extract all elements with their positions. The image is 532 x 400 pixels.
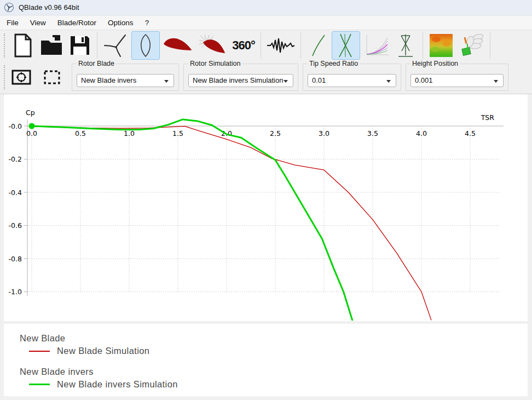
rotor-blade-group: Rotor Blade New Blade invers <box>72 64 179 91</box>
height-position-group: Height Position 0.001 <box>406 64 508 91</box>
fem-simulation-icon <box>458 33 484 58</box>
blade-design-button[interactable] <box>131 31 160 60</box>
chevron-down-icon <box>164 80 169 83</box>
rotor-simulation-select[interactable]: New Blade invers Simulation <box>188 74 293 87</box>
menu-options[interactable]: Options <box>102 17 139 28</box>
cp-tsr-graph-panel[interactable]: -0.0-0.2-0.4-0.6-0.8-1.00.00.51.01.52.02… <box>4 94 528 321</box>
legend-simulation-name: New Blade Simulation <box>57 346 149 356</box>
menu-view[interactable]: View <box>25 17 51 28</box>
rotor-simulation-button[interactable] <box>332 31 360 60</box>
qblade-logo-icon <box>4 2 14 13</box>
fem-simulation-button[interactable] <box>456 31 487 60</box>
legend-green-line-swatch <box>29 384 50 385</box>
polar-extrapolation-icon <box>198 35 228 56</box>
rotor-simulation-group: Rotor Simulation New Blade invers Simula… <box>183 64 298 91</box>
window-title: QBlade v0.96 64bit <box>19 3 79 12</box>
legend-blade-name: New Blade invers <box>20 367 528 377</box>
toolbar-grip[interactable] <box>4 33 6 58</box>
main-toolbar: 360° <box>0 30 532 60</box>
chevron-down-icon <box>284 80 288 83</box>
rotor-simulation-icon <box>334 33 358 58</box>
legend-simulation-name: New Blade invers Simulation <box>57 379 178 390</box>
y-tick-label: -1.0 <box>9 288 22 296</box>
new-project-icon <box>12 33 34 58</box>
new-project-button[interactable] <box>9 31 37 60</box>
toolbar-separator <box>490 32 490 59</box>
turbine-simulation-icon <box>395 32 416 59</box>
legend-entry: New Blade invers New Blade invers Simula… <box>20 367 528 390</box>
x-tick-label: 2.5 <box>270 129 281 138</box>
start-point-marker <box>29 123 35 129</box>
menu-bar: File View Blade/Rotor Options ? <box>0 16 532 30</box>
selection-box-button[interactable] <box>40 63 64 92</box>
blade-graph-icon <box>307 33 329 58</box>
rotor-blade-value: New Blade invers <box>81 76 136 84</box>
cfd-simulation-button[interactable] <box>426 31 456 60</box>
qblade-window: QBlade v0.96 64bit File View Blade/Rotor… <box>0 0 532 400</box>
y-tick-label: -0.6 <box>9 221 22 230</box>
height-position-select[interactable]: 0.001 <box>410 74 504 87</box>
x-tick-label: 0.0 <box>26 129 37 138</box>
height-position-group-label: Height Position <box>410 60 460 67</box>
rotor-blade-group-label: Rotor Blade <box>77 60 116 67</box>
open-project-button[interactable] <box>37 31 66 60</box>
y-tick-label: -0.0 <box>9 122 22 130</box>
legend-panel: New Blade New Blade Simulation New Blade… <box>4 324 528 396</box>
chevron-down-icon <box>494 80 498 83</box>
open-project-icon <box>39 34 64 57</box>
tip-speed-ratio-group: Tip Speed Ratio 0.01 <box>303 64 401 91</box>
chevron-down-icon <box>386 80 391 83</box>
height-position-value: 0.001 <box>415 76 433 84</box>
y-tick-label: -0.8 <box>9 255 22 263</box>
polar-360-button[interactable]: 360° <box>230 31 257 60</box>
x-tick-label: 1.5 <box>172 129 183 138</box>
airfoil-design-button[interactable] <box>160 31 196 60</box>
x-tick-label: 1.0 <box>124 129 135 138</box>
x-tick-label: 3.0 <box>319 129 329 138</box>
tip-speed-ratio-value: 0.01 <box>312 76 326 84</box>
menu-blade-rotor[interactable]: Blade/Rotor <box>52 17 102 28</box>
rotor-blade-select[interactable]: New Blade invers <box>77 74 174 87</box>
toolbar-grip[interactable] <box>4 65 6 89</box>
menu-help[interactable]: ? <box>140 17 155 28</box>
multi-parameter-simulation-button[interactable] <box>360 31 392 60</box>
title-bar: QBlade v0.96 64bit <box>0 0 532 15</box>
hawt-rotor-view-icon <box>103 33 129 58</box>
turbine-simulation-button[interactable] <box>392 31 419 60</box>
x-tick-label: 4.5 <box>465 129 476 138</box>
rotor-simulation-group-label: Rotor Simulation <box>188 60 242 67</box>
x-tick-label: 0.5 <box>75 129 86 138</box>
rotor-simulation-value: New Blade invers Simulation <box>193 76 283 84</box>
selection-box-icon <box>43 70 61 85</box>
noise-simulation-button[interactable] <box>264 31 297 60</box>
new-blade-invers-simulation-curve <box>32 119 352 320</box>
polar-360-icon: 360° <box>232 38 255 53</box>
x-axis-title: TSR <box>481 113 495 122</box>
fit-view-button[interactable] <box>9 63 33 92</box>
x-tick-label: 4.0 <box>416 129 427 138</box>
save-project-icon <box>68 34 91 57</box>
y-axis-title: Cp <box>26 108 35 117</box>
tip-speed-ratio-group-label: Tip Speed Ratio <box>308 60 360 67</box>
save-project-button[interactable] <box>66 31 94 60</box>
y-tick-label: -0.2 <box>9 155 22 163</box>
airfoil-design-icon <box>162 36 194 55</box>
hawt-rotor-view-button[interactable] <box>101 31 131 60</box>
legend-entry: New Blade New Blade Simulation <box>20 333 528 356</box>
toolbar-separator <box>261 32 261 59</box>
tip-speed-ratio-select[interactable]: 0.01 <box>308 74 396 87</box>
polar-extrapolation-button[interactable] <box>196 31 230 60</box>
multi-parameter-simulation-icon <box>362 33 390 58</box>
cfd-simulation-icon <box>429 33 454 58</box>
toolbar-separator <box>423 32 423 59</box>
toolbar-separator <box>97 32 97 59</box>
toolbar-separator <box>300 32 301 59</box>
blade-design-icon <box>134 33 158 58</box>
legend-red-line-swatch <box>29 351 50 352</box>
cp-tsr-plot[interactable]: -0.0-0.2-0.4-0.6-0.8-1.00.00.51.01.52.02… <box>4 94 528 321</box>
menu-file[interactable]: File <box>1 17 24 28</box>
new-blade-simulation-curve <box>32 126 431 320</box>
x-tick-label: 3.5 <box>367 129 378 138</box>
blade-graph-button[interactable] <box>304 31 332 60</box>
y-tick-label: -0.4 <box>9 188 22 197</box>
